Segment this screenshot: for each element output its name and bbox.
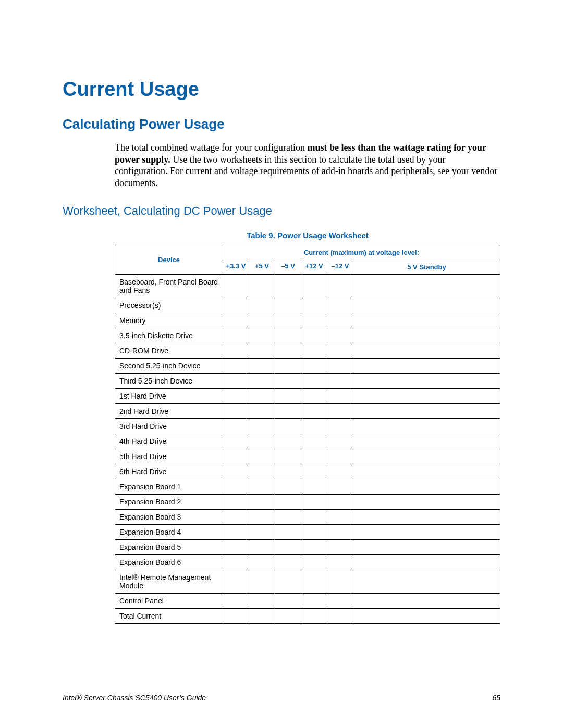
value-cell: [327, 510, 353, 525]
value-cell: [249, 343, 275, 359]
value-cell: [249, 359, 275, 374]
table-row: Intel® Remote Management Module: [115, 570, 500, 594]
device-cell: 6th Hard Drive: [115, 464, 223, 479]
device-cell: 3.5-inch Diskette Drive: [115, 328, 223, 343]
table-row: Expansion Board 1: [115, 479, 500, 495]
value-cell: [223, 479, 249, 495]
value-cell: [223, 609, 249, 624]
value-cell: [223, 449, 249, 464]
value-cell: [249, 374, 275, 389]
value-cell: [275, 275, 301, 298]
value-cell: [249, 449, 275, 464]
value-cell: [353, 298, 500, 313]
value-cell: [353, 510, 500, 525]
value-cell: [249, 495, 275, 510]
value-cell: [275, 449, 301, 464]
value-cell: [327, 495, 353, 510]
table-row: Expansion Board 2: [115, 495, 500, 510]
value-cell: [275, 525, 301, 540]
worksheet-heading: Worksheet, Calculating DC Power Usage: [63, 204, 500, 218]
value-cell: [327, 298, 353, 313]
device-cell: Third 5.25-inch Device: [115, 374, 223, 389]
value-cell: [353, 464, 500, 479]
header-col-6: 5 V Standby: [353, 260, 500, 275]
value-cell: [301, 510, 327, 525]
device-cell: Control Panel: [115, 594, 223, 609]
value-cell: [353, 609, 500, 624]
value-cell: [353, 404, 500, 419]
table-row: Expansion Board 6: [115, 555, 500, 570]
value-cell: [327, 419, 353, 434]
value-cell: [301, 389, 327, 404]
device-cell: 3rd Hard Drive: [115, 419, 223, 434]
value-cell: [275, 374, 301, 389]
value-cell: [301, 343, 327, 359]
value-cell: [301, 298, 327, 313]
device-cell: 4th Hard Drive: [115, 434, 223, 449]
value-cell: [223, 275, 249, 298]
value-cell: [275, 328, 301, 343]
value-cell: [327, 313, 353, 328]
value-cell: [223, 464, 249, 479]
value-cell: [301, 359, 327, 374]
value-cell: [301, 594, 327, 609]
table-row: Second 5.25-inch Device: [115, 359, 500, 374]
value-cell: [301, 434, 327, 449]
value-cell: [301, 495, 327, 510]
value-cell: [301, 570, 327, 594]
value-cell: [249, 313, 275, 328]
value-cell: [223, 570, 249, 594]
value-cell: [223, 313, 249, 328]
value-cell: [353, 525, 500, 540]
value-cell: [275, 313, 301, 328]
value-cell: [249, 525, 275, 540]
value-cell: [223, 419, 249, 434]
value-cell: [301, 328, 327, 343]
table-container: Table 9. Power Usage Worksheet Device Cu…: [63, 231, 500, 624]
header-col-4: +12 V: [301, 260, 327, 275]
document-page: Current Usage Calculating Power Usage Th…: [0, 0, 563, 728]
value-cell: [275, 434, 301, 449]
value-cell: [301, 609, 327, 624]
value-cell: [249, 479, 275, 495]
value-cell: [301, 479, 327, 495]
table-body: Baseboard, Front Panel Board and FansPro…: [115, 275, 500, 624]
table-row: 3.5-inch Diskette Drive: [115, 328, 500, 343]
value-cell: [249, 510, 275, 525]
value-cell: [327, 343, 353, 359]
device-cell: Second 5.25-inch Device: [115, 359, 223, 374]
value-cell: [223, 389, 249, 404]
value-cell: [353, 570, 500, 594]
value-cell: [301, 419, 327, 434]
power-usage-table: Device Current (maximum) at voltage leve…: [115, 245, 500, 624]
body-paragraph: The total combined wattage for your conf…: [63, 142, 500, 189]
value-cell: [327, 609, 353, 624]
value-cell: [327, 479, 353, 495]
value-cell: [353, 495, 500, 510]
header-col-2: +5 V: [249, 260, 275, 275]
value-cell: [353, 359, 500, 374]
page-title: Current Usage: [63, 78, 500, 101]
value-cell: [353, 389, 500, 404]
device-cell: Baseboard, Front Panel Board and Fans: [115, 275, 223, 298]
device-cell: Expansion Board 5: [115, 540, 223, 555]
page-footer: Intel® Server Chassis SC5400 User’s Guid…: [63, 694, 500, 702]
device-cell: Expansion Board 1: [115, 479, 223, 495]
value-cell: [327, 374, 353, 389]
value-cell: [249, 389, 275, 404]
device-cell: Memory: [115, 313, 223, 328]
value-cell: [353, 479, 500, 495]
value-cell: [327, 570, 353, 594]
table-row: 5th Hard Drive: [115, 449, 500, 464]
body-pre: The total combined wattage for your conf…: [115, 142, 307, 153]
value-cell: [327, 328, 353, 343]
value-cell: [327, 464, 353, 479]
footer-right: 65: [492, 694, 500, 702]
value-cell: [249, 419, 275, 434]
value-cell: [353, 594, 500, 609]
value-cell: [301, 313, 327, 328]
value-cell: [249, 328, 275, 343]
value-cell: [275, 298, 301, 313]
value-cell: [327, 389, 353, 404]
value-cell: [275, 419, 301, 434]
